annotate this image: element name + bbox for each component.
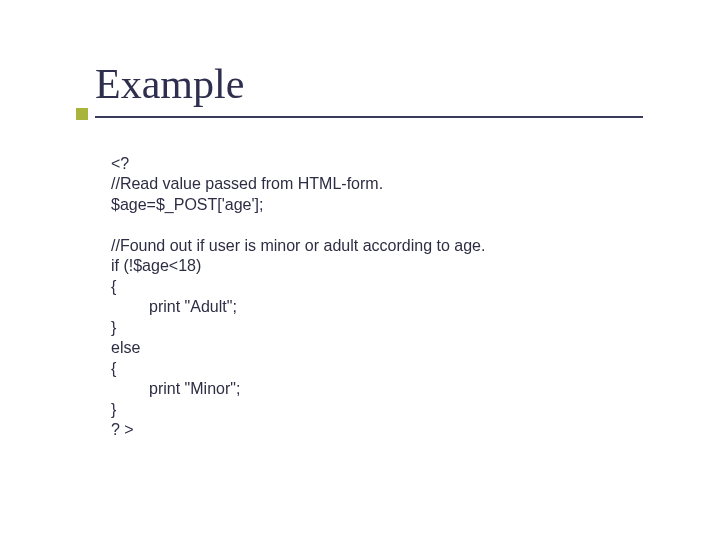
slide-title: Example — [95, 60, 244, 108]
code-line: $age=$_POST['age']; — [111, 196, 263, 213]
code-line: print "Adult"; — [149, 298, 237, 315]
code-line: //Found out if user is minor or adult ac… — [111, 237, 485, 254]
code-line: } — [111, 319, 116, 336]
code-line: if (!$age<18) — [111, 257, 201, 274]
code-line: } — [111, 401, 116, 418]
code-line: <? — [111, 155, 129, 172]
code-line: { — [111, 278, 116, 295]
code-line: else — [111, 339, 140, 356]
code-line: //Read value passed from HTML-form. — [111, 175, 383, 192]
code-line: ? > — [111, 421, 134, 438]
slide: Example <? //Read value passed from HTML… — [0, 0, 720, 540]
code-line: print "Minor"; — [149, 380, 240, 397]
code-line: { — [111, 360, 116, 377]
title-accent-square — [76, 108, 88, 120]
code-block: <? //Read value passed from HTML-form. $… — [111, 154, 485, 441]
title-underline — [95, 116, 643, 118]
